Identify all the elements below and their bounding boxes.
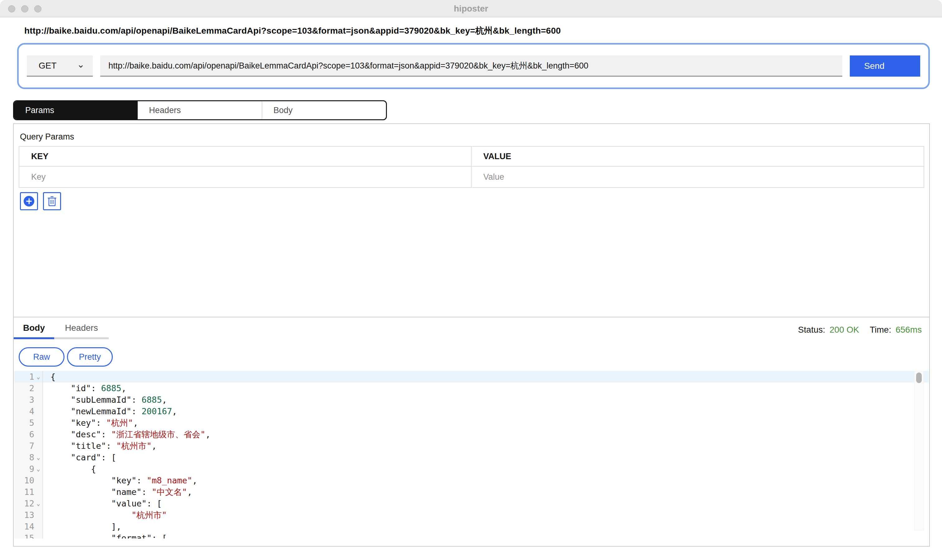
code-line: 12⌄ "value": [ (14, 498, 929, 509)
code-line: 3 "subLemmaId": 6885, (14, 394, 929, 406)
fold-toggle-icon[interactable]: ⌄ (34, 452, 43, 463)
response-view-buttons: Raw Pretty (19, 347, 929, 366)
pretty-button[interactable]: Pretty (67, 347, 113, 366)
line-number: 5 (14, 417, 34, 429)
key-column-header: KEY (19, 147, 472, 166)
line-number: 6 (14, 429, 34, 440)
code-text: "key": "杭州", (43, 417, 929, 429)
line-number: 11 (14, 486, 34, 498)
tab-body[interactable]: Body (262, 101, 386, 119)
window-titlebar: hiposter (0, 0, 942, 17)
code-line: 15 "format": [ (14, 532, 929, 538)
time-value: 656ms (896, 325, 922, 335)
params-table-header-row: KEY VALUE (19, 147, 924, 166)
code-text: "newLemmaId": 200167, (43, 406, 929, 417)
add-param-button[interactable] (20, 192, 38, 210)
code-line: 13 "杭州市" (14, 509, 929, 521)
code-line: 5 "key": "杭州", (14, 417, 929, 429)
fold-gutter (34, 406, 43, 417)
chevron-down-icon: ⌄ (77, 60, 85, 69)
params-table: KEY VALUE (19, 146, 924, 188)
time-label: Time: (870, 325, 891, 335)
params-panel: Query Params KEY VALUE (13, 123, 930, 317)
code-line: 8⌄ "card": [ (14, 452, 929, 463)
send-button[interactable]: Send (850, 55, 920, 77)
editor-scrollbar[interactable] (914, 371, 924, 531)
line-number: 12 (14, 498, 34, 509)
fold-gutter (34, 394, 43, 406)
method-select[interactable]: GET ⌄ (27, 55, 93, 77)
code-text: "subLemmaId": 6885, (43, 394, 929, 406)
code-text: { (43, 463, 929, 475)
window-title: hiposter (0, 0, 942, 17)
fold-gutter (34, 440, 43, 452)
line-number: 10 (14, 475, 34, 486)
response-tabs: Body Headers (14, 323, 929, 333)
value-column-header: VALUE (472, 147, 924, 166)
request-url-heading: http://baike.baidu.com/api/openapi/Baike… (24, 25, 942, 37)
line-number: 7 (14, 440, 34, 452)
fold-toggle-icon[interactable]: ⌄ (34, 463, 43, 475)
response-tab-underline (14, 337, 929, 339)
response-status-line: Status: 200 OK Time: 656ms (798, 325, 922, 335)
code-text: "desc": "浙江省辖地级市、省会", (43, 429, 929, 440)
params-table-row (19, 166, 924, 187)
fold-gutter (34, 383, 43, 394)
fold-gutter (34, 532, 43, 538)
response-tab-headers[interactable]: Headers (54, 323, 109, 333)
code-line: 4 "newLemmaId": 200167, (14, 406, 929, 417)
url-input[interactable] (100, 55, 842, 77)
code-line: 11 "name": "中文名", (14, 486, 929, 498)
trash-icon (46, 195, 58, 207)
active-tab-indicator (14, 337, 54, 339)
status-label: Status: (798, 325, 825, 335)
fold-toggle-icon[interactable]: ⌄ (34, 371, 43, 383)
param-key-input[interactable] (31, 172, 471, 182)
line-number: 1 (14, 371, 34, 383)
code-line: 14 ], (14, 521, 929, 532)
fold-gutter (34, 521, 43, 532)
fold-toggle-icon[interactable]: ⌄ (34, 498, 43, 509)
code-text: "format": [ (43, 532, 929, 538)
line-number: 2 (14, 383, 34, 394)
request-bar: GET ⌄ Send (17, 43, 930, 89)
line-number: 8 (14, 452, 34, 463)
response-tab-body[interactable]: Body (14, 323, 54, 333)
response-body-editor[interactable]: 1⌄{2 "id": 6885,3 "subLemmaId": 6885,4 "… (14, 371, 929, 538)
line-number: 15 (14, 532, 34, 538)
line-number: 4 (14, 406, 34, 417)
fold-gutter (34, 429, 43, 440)
method-select-value: GET (38, 61, 57, 71)
scrollbar-thumb[interactable] (916, 372, 922, 383)
param-value-input[interactable] (483, 172, 924, 182)
line-number: 3 (14, 394, 34, 406)
response-panel: Body Headers Status: 200 OK Time: 656ms … (13, 317, 930, 547)
code-line: 6 "desc": "浙江省辖地级市、省会", (14, 429, 929, 440)
fold-gutter (34, 475, 43, 486)
raw-button[interactable]: Raw (19, 347, 65, 366)
code-text: "key": "m8_name", (43, 475, 929, 486)
line-number: 14 (14, 521, 34, 532)
status-value: 200 OK (830, 325, 859, 335)
delete-param-button[interactable] (43, 192, 61, 210)
line-number: 13 (14, 509, 34, 521)
request-tabs: Params Headers Body (13, 100, 387, 120)
code-text: "title": "杭州市", (43, 440, 929, 452)
line-number: 9 (14, 463, 34, 475)
code-line: 7 "title": "杭州市", (14, 440, 929, 452)
code-text: "id": 6885, (43, 383, 929, 394)
add-icon (22, 195, 35, 208)
fold-gutter (34, 417, 43, 429)
tab-params[interactable]: Params (14, 101, 138, 119)
code-lines: 1⌄{2 "id": 6885,3 "subLemmaId": 6885,4 "… (14, 371, 929, 538)
fold-gutter (34, 509, 43, 521)
tab-headers[interactable]: Headers (138, 101, 262, 119)
code-line: 10 "key": "m8_name", (14, 475, 929, 486)
code-line: 1⌄{ (14, 371, 929, 383)
code-text: "name": "中文名", (43, 486, 929, 498)
query-params-title: Query Params (20, 132, 929, 142)
code-line: 9⌄ { (14, 463, 929, 475)
code-line: 2 "id": 6885, (14, 383, 929, 394)
code-text: "杭州市" (43, 509, 929, 521)
code-text: ], (43, 521, 929, 532)
